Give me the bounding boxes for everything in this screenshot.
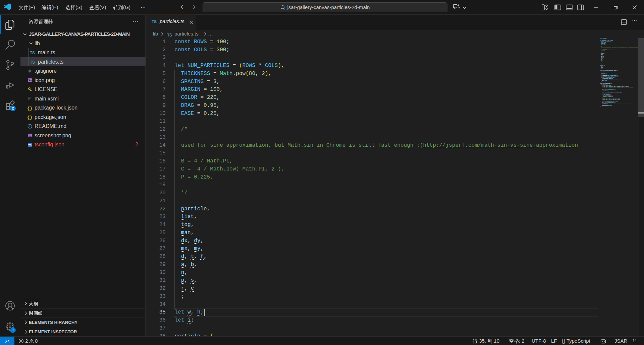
svg-text:TS: TS <box>28 143 32 146</box>
